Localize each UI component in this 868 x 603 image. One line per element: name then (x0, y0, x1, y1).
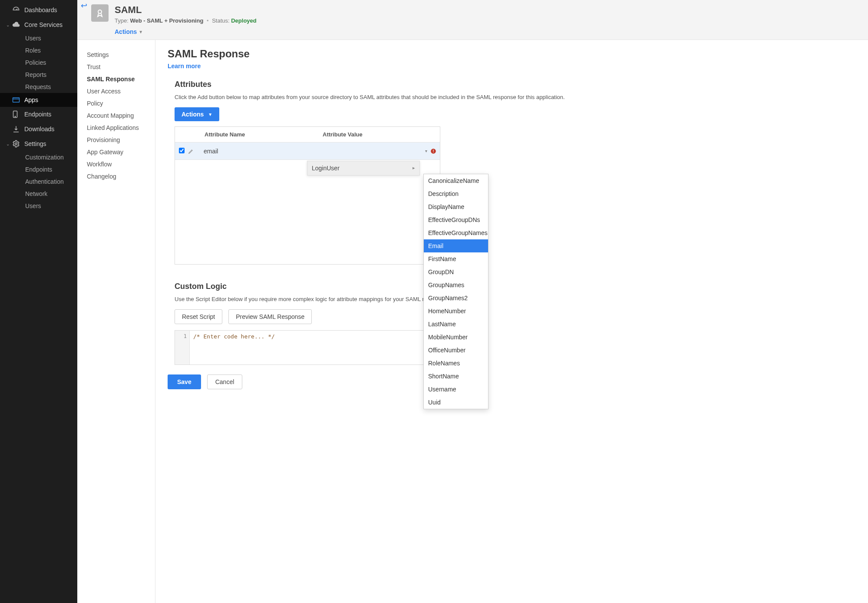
nav-sub-network[interactable]: Network (25, 188, 77, 200)
secnav-user-access[interactable]: User Access (87, 85, 150, 97)
secnav-app-gateway[interactable]: App Gateway (87, 146, 150, 158)
nav-sub-users2[interactable]: Users (25, 200, 77, 212)
secnav-account-mapping[interactable]: Account Mapping (87, 109, 150, 122)
nav-sub-roles[interactable]: Roles (25, 44, 77, 56)
preview-saml-button[interactable]: Preview SAML Response (228, 309, 312, 324)
nav-apps[interactable]: Apps (0, 93, 77, 107)
back-arrow-icon[interactable]: ↩ (81, 1, 87, 10)
submenu-option[interactable]: FirstName (424, 252, 488, 265)
submenu-option[interactable]: EffectiveGroupNames (424, 226, 488, 239)
page-title: SAML (115, 4, 257, 16)
svg-rect-7 (433, 149, 433, 152)
attributes-table: Attribute Name Attribute Value email (175, 126, 440, 265)
nav-sub-endpoints2[interactable]: Endpoints (25, 163, 77, 176)
content-pane: SAML Response Learn more Attributes Clic… (155, 40, 868, 603)
nav-label: Downloads (24, 126, 54, 133)
chevron-down-icon: ▾ (425, 149, 427, 153)
cloud-icon (12, 21, 24, 29)
pencil-icon[interactable] (188, 148, 201, 154)
dropdown-option-loginuser[interactable]: LoginUser ▸ (307, 161, 420, 176)
secnav-policy[interactable]: Policy (87, 97, 150, 109)
svg-rect-0 (13, 98, 20, 103)
save-button[interactable]: Save (168, 374, 201, 389)
submenu-option[interactable]: LastName (424, 318, 488, 331)
nav-endpoints[interactable]: Endpoints (0, 107, 77, 122)
window-icon (12, 97, 24, 103)
custom-logic-heading: Custom Logic (175, 282, 856, 291)
submenu-option[interactable]: CanonicalizeName (424, 174, 488, 187)
submenu-option[interactable]: ShortName (424, 370, 488, 383)
submenu-option[interactable]: RoleNames (424, 357, 488, 370)
secnav-saml-response[interactable]: SAML Response (87, 73, 150, 85)
secnav-changelog[interactable]: Changelog (87, 170, 150, 182)
secnav-workflow[interactable]: Workflow (87, 158, 150, 170)
submenu-option[interactable]: Uuid (424, 396, 488, 409)
nav-label: Core Services (24, 21, 63, 28)
nav-sub-customization[interactable]: Customization (25, 151, 77, 163)
nav-dashboards[interactable]: Dashboards (0, 3, 77, 17)
content-title: SAML Response (168, 48, 856, 60)
attribute-value-dropdown[interactable]: ▾ (310, 145, 430, 157)
svg-rect-8 (433, 152, 433, 152)
page-meta: Type: Web - SAML + Provisioning • Status… (115, 17, 257, 24)
col-attribute-name: Attribute Name (201, 127, 319, 142)
submenu-option[interactable]: DisplayName (424, 200, 488, 213)
attributes-heading: Attributes (175, 80, 856, 89)
app-badge-icon (91, 4, 109, 22)
custom-logic-description: Use the Script Editor below if you requi… (175, 295, 856, 303)
table-row[interactable]: email ▾ LoginUser ▸ (175, 142, 440, 160)
nav-label: Dashboards (24, 7, 57, 13)
nav-label: Endpoints (24, 111, 51, 118)
attribute-name-cell: email (201, 148, 310, 155)
script-editor[interactable]: 1 /* Enter code here... */ (175, 330, 440, 365)
page-header: ↩ SAML Type: Web - SAML + Provisioning •… (77, 0, 868, 40)
nav-sub-auth[interactable]: Authentication (25, 176, 77, 188)
row-checkbox[interactable] (179, 148, 185, 153)
device-icon (12, 110, 24, 118)
primary-nav: Dashboards ⌄ Core Services Users Roles P… (0, 0, 77, 603)
nav-label: Apps (24, 96, 38, 103)
submenu-option[interactable]: EffectiveGroupDNs (424, 213, 488, 226)
gear-icon (12, 140, 24, 148)
gauge-icon (12, 6, 24, 14)
secnav-trust[interactable]: Trust (87, 61, 150, 73)
cancel-button[interactable]: Cancel (207, 374, 243, 389)
svg-point-3 (15, 116, 16, 117)
submenu-option[interactable]: OfficeNumber (424, 344, 488, 357)
header-actions-dropdown[interactable]: Actions ▼ (115, 28, 143, 35)
nav-sub-reports[interactable]: Reports (25, 69, 77, 81)
chevron-right-icon: ▸ (413, 165, 415, 171)
chevron-down-icon: ⌄ (6, 142, 11, 146)
secnav-provisioning[interactable]: Provisioning (87, 134, 150, 146)
submenu-option[interactable]: Email (424, 239, 488, 252)
nav-core-services[interactable]: ⌄ Core Services (0, 17, 77, 32)
submenu-option[interactable]: Username (424, 383, 488, 396)
svg-point-5 (98, 10, 102, 13)
nav-sub-requests[interactable]: Requests (25, 81, 77, 93)
secondary-nav: Settings Trust SAML Response User Access… (77, 40, 155, 603)
submenu-option[interactable]: GroupDN (424, 265, 488, 278)
nav-label: Settings (24, 140, 46, 147)
nav-downloads[interactable]: Downloads (0, 122, 77, 136)
nav-sub-users[interactable]: Users (25, 32, 77, 44)
svg-point-4 (15, 143, 17, 145)
secnav-settings[interactable]: Settings (87, 49, 150, 61)
submenu-option[interactable]: GroupNames2 (424, 292, 488, 305)
learn-more-link[interactable]: Learn more (168, 63, 201, 70)
secnav-linked-apps[interactable]: Linked Applications (87, 122, 150, 134)
submenu-option[interactable]: HomeNumber (424, 305, 488, 318)
submenu-option[interactable]: MobileNumber (424, 331, 488, 344)
reset-script-button[interactable]: Reset Script (175, 309, 222, 324)
col-attribute-value: Attribute Value (319, 127, 440, 142)
submenu-option[interactable]: Description (424, 187, 488, 200)
nav-core-sub: Users Roles Policies Reports Requests (0, 32, 77, 93)
nav-sub-policies[interactable]: Policies (25, 56, 77, 69)
chevron-down-icon: ⌄ (6, 23, 11, 27)
submenu: CanonicalizeNameDescriptionDisplayNameEf… (423, 174, 488, 409)
attributes-actions-button[interactable]: Actions ▼ (175, 107, 219, 121)
submenu-option[interactable]: GroupNames (424, 278, 488, 292)
nav-settings[interactable]: ⌄ Settings (0, 136, 77, 151)
chevron-down-icon: ▼ (208, 112, 212, 117)
nav-settings-sub: Customization Endpoints Authentication N… (0, 151, 77, 212)
download-icon (12, 125, 24, 133)
